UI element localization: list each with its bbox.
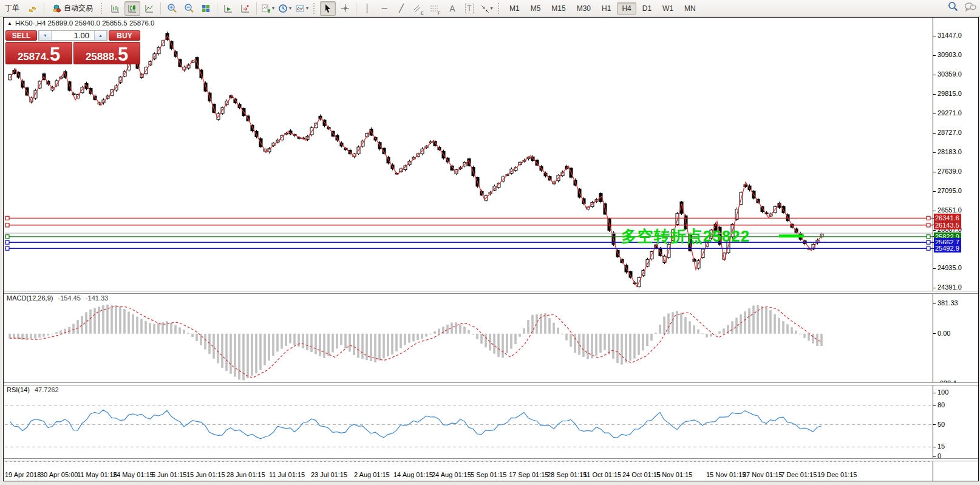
dropdown-caret-icon[interactable]: ▾ <box>289 5 291 11</box>
highlight-segment <box>779 234 804 237</box>
time-label: 11 Oct 01:15 <box>584 471 621 478</box>
price-tick: 27639.0 <box>937 168 962 175</box>
time-label: 7 Dec 01:15 <box>781 471 817 478</box>
price-axis[interactable]: 31447.030903.030359.029815.029271.028727… <box>933 18 979 481</box>
macd-signal-line <box>10 307 821 378</box>
toolbar-separator <box>356 2 356 15</box>
channel-tool[interactable]: E <box>410 1 426 16</box>
pane-separator[interactable] <box>4 458 978 461</box>
chat-icon[interactable] <box>964 2 976 12</box>
time-label: 11 Jul 01:15 <box>269 471 305 478</box>
vertical-line-tool[interactable]: │ <box>359 1 375 16</box>
toolbar-grip[interactable] <box>498 3 501 14</box>
dropdown-caret-icon[interactable]: ▾ <box>490 5 492 11</box>
templates-button[interactable]: ▾ <box>294 1 310 16</box>
time-label: 11 May 01:15 <box>77 471 117 478</box>
time-label: 14 Aug 01:15 <box>393 471 433 478</box>
sell-button[interactable]: SELL <box>5 30 37 41</box>
timeframe-w1[interactable]: W1 <box>658 2 678 15</box>
zoom-in-button[interactable] <box>164 1 180 16</box>
pane-separator[interactable] <box>4 291 978 294</box>
dropdown-caret-icon[interactable]: ▾ <box>306 5 308 11</box>
horizontal-line-icon: ─ <box>381 4 387 13</box>
crosshair-button[interactable] <box>337 1 353 16</box>
label-tool[interactable]: T <box>461 1 477 16</box>
volume-value[interactable]: 1.00 <box>52 31 94 40</box>
toolbar-right <box>948 1 976 12</box>
rsi-tick: 15 <box>937 443 945 450</box>
toolbar-grip[interactable] <box>313 3 316 14</box>
pane-separator[interactable] <box>4 382 978 385</box>
buy-price-display[interactable]: 25888. 5 <box>73 42 140 64</box>
buy-button-label: BUY <box>117 32 132 40</box>
new-order-label: 丁单 <box>5 3 19 13</box>
fibonacci-tool[interactable]: F <box>427 1 443 16</box>
buy-price-pip: 5 <box>118 47 128 62</box>
periods-button[interactable]: ▾ <box>277 1 293 16</box>
chart-shift-button[interactable] <box>237 1 253 16</box>
zigzag-line <box>10 36 822 287</box>
indicators-icon <box>261 4 271 13</box>
autotrade-button[interactable]: 自动交易 <box>47 1 97 16</box>
timeframe-h4[interactable]: H4 <box>617 2 636 15</box>
timeframe-h1[interactable]: H1 <box>597 2 616 15</box>
tile-windows-button[interactable] <box>198 1 214 16</box>
timeframe-m1[interactable]: M1 <box>505 2 525 15</box>
buy-button[interactable]: BUY <box>109 30 140 41</box>
time-label: 28 Jun 01:15 <box>226 471 265 478</box>
price-tick: 24391.0 <box>937 283 962 291</box>
timeframe-m5[interactable]: M5 <box>526 2 546 15</box>
time-label: 5 Nov 01:15 <box>656 471 692 478</box>
volume-decrease-button[interactable]: ▼ <box>39 31 52 40</box>
symbol-ohlc-label: HK50-,H4 25899.0 25940.0 25855.5 25876.0 <box>15 19 155 27</box>
time-label: 15 Jun 01:15 <box>186 471 225 478</box>
arrows-icon <box>480 4 489 13</box>
bar-chart-mode-button[interactable] <box>107 1 123 16</box>
sell-price-display[interactable]: 25874. 5 <box>5 42 72 64</box>
price-tick: 31447.0 <box>937 32 962 39</box>
toolbar-grip[interactable] <box>101 3 104 14</box>
sell-button-label: SELL <box>12 32 31 40</box>
macd-main-value: -154.45 <box>58 294 80 302</box>
dropdown-caret-icon[interactable]: ▾ <box>272 5 274 11</box>
text-tool[interactable]: A <box>444 1 460 16</box>
new-order-button[interactable]: 丁单 <box>1 1 24 16</box>
price-chart[interactable]: 多空转折点25822 <box>4 18 933 480</box>
arrows-tool[interactable]: ▾ <box>478 1 494 16</box>
trendline-icon: ╱ <box>399 4 404 13</box>
collapse-triangle-icon[interactable]: ▲ <box>7 21 12 26</box>
search-icon[interactable] <box>948 1 958 12</box>
chart-annotation: 多空转折点25822 <box>621 227 750 245</box>
candlestick-mode-button[interactable] <box>124 1 140 16</box>
cursor-button[interactable] <box>320 1 336 16</box>
label-tool-icon: T <box>465 4 473 13</box>
macd-label: MACD(12,26,9) <box>7 294 53 302</box>
time-axis[interactable]: 19 Apr 201830 Apr 05:0011 May 01:1524 Ma… <box>4 471 933 481</box>
time-label: 17 Sep 01:15 <box>509 471 548 478</box>
autotrade-robot-icon <box>52 4 61 13</box>
buy-price-main: 25888. <box>86 52 117 62</box>
auto-scroll-button[interactable] <box>220 1 236 16</box>
time-label: 24 May 01:15 <box>113 471 154 478</box>
volume-increase-button[interactable]: ▲ <box>94 31 107 40</box>
zoom-out-icon <box>184 3 194 13</box>
timeframe-m30[interactable]: M30 <box>572 2 596 15</box>
rsi-value: 47.7262 <box>35 386 59 393</box>
horizontal-line-tool[interactable]: ─ <box>376 1 392 16</box>
clock-icon <box>278 4 288 13</box>
timeframe-d1[interactable]: D1 <box>638 2 656 15</box>
time-label: 5 Jun 01:15 <box>152 471 187 478</box>
time-label: 27 Nov 01:15 <box>743 471 782 478</box>
trendline-tool[interactable]: ╱ <box>393 1 409 16</box>
indicators-button[interactable]: ▾ <box>260 1 276 16</box>
line-chart-mode-button[interactable] <box>141 1 157 16</box>
timeframe-group: M1M5M15M30H1H4D1W1MN <box>504 2 701 15</box>
timeframe-m15[interactable]: M15 <box>546 2 570 15</box>
sell-price-main: 25874. <box>18 52 49 62</box>
timeframe-mn[interactable]: MN <box>679 2 701 15</box>
line-chart-icon <box>145 4 154 13</box>
candles-layer <box>9 32 823 288</box>
rsi-tick: 50 <box>937 421 945 428</box>
zoom-out-button[interactable] <box>181 1 197 16</box>
deposit-button[interactable] <box>25 1 41 16</box>
